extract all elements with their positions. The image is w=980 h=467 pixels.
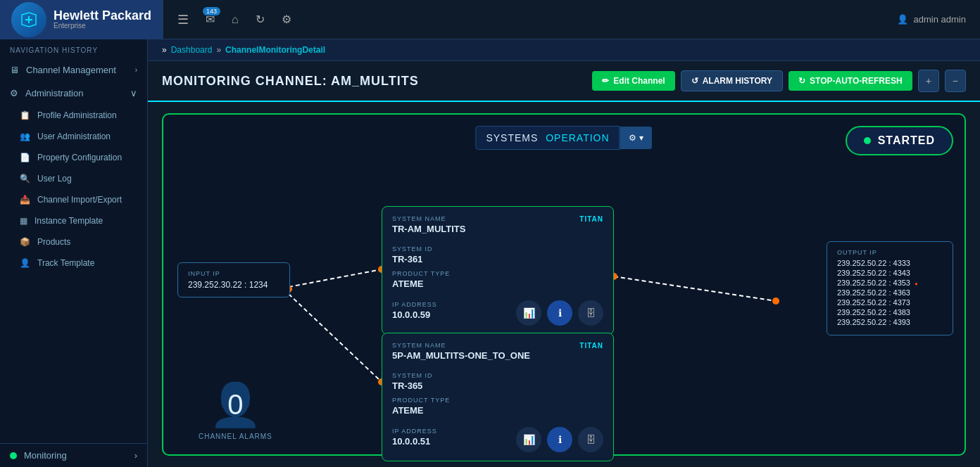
- output-ip-item-5: 239.252.50.22 : 4373: [837, 298, 943, 307]
- system-card-2: SYSTEM NAME 5P-AM_MULTITS-ONE_TO_ONE TIT…: [382, 333, 614, 461]
- breadcrumb-dashboard[interactable]: Dashboard: [171, 45, 213, 55]
- minimize-button[interactable]: −: [945, 70, 966, 92]
- import-icon: 📥: [20, 195, 30, 205]
- sidebar-item-user-admin[interactable]: 👥 User Administration: [0, 126, 147, 147]
- sidebar-item-track-template[interactable]: 👤 Track Template: [0, 252, 147, 274]
- sidebar-item-property-config[interactable]: 📄 Property Configuration: [0, 147, 147, 168]
- systems-header: SYSTEMS OPERATION ⚙ ▾: [475, 126, 652, 150]
- svg-line-0: [289, 269, 382, 287]
- track-template-label: Track Template: [37, 258, 94, 268]
- system-card-1: SYSTEM NAME TR-AM_MULTITS TITAN SYSTEM I…: [382, 206, 614, 335]
- titan-badge-1: TITAN: [579, 215, 603, 223]
- stop-auto-refresh-button[interactable]: ↻ STOP-AUTO-REFRESH: [789, 71, 912, 91]
- systems-operation-label: OPERATION: [546, 132, 609, 143]
- sidebar-item-monitoring[interactable]: Monitoring ›: [0, 444, 147, 467]
- channel-import-label: Channel Import/Export: [37, 195, 122, 205]
- property-icon: 📄: [20, 153, 30, 162]
- refresh-icon[interactable]: ↻: [256, 13, 265, 26]
- sidebar-administration-header[interactable]: ⚙ Administration ∨: [0, 82, 147, 105]
- admin-label: admin admin: [914, 14, 966, 25]
- ip-value-1: 10.0.0.59: [392, 309, 437, 320]
- svg-line-1: [289, 294, 382, 382]
- edit-icon: ✏: [602, 76, 609, 86]
- alarm-history-button[interactable]: ↺ ALARM HISTORY: [681, 70, 783, 91]
- top-nav: ☰ ✉ 143 ⌂ ↻ ⚙ 👤 admin admin: [163, 0, 980, 39]
- company-name-line1: Hewlett Packard: [54, 9, 151, 22]
- settings-icon[interactable]: ⚙: [282, 13, 291, 26]
- message-badge: 143: [203, 7, 220, 15]
- ip-value-2: 10.0.0.51: [392, 436, 437, 447]
- products-label: Products: [37, 237, 70, 247]
- system-name-label-2: SYSTEM NAME: [392, 342, 530, 349]
- alarms-count: 0: [227, 389, 243, 421]
- titan-badge-2: TITAN: [579, 342, 603, 350]
- output-ip-item-6: 239.252.50.22 : 4383: [837, 308, 943, 316]
- sidebar-item-channel-import[interactable]: 📥 Channel Import/Export: [0, 189, 147, 210]
- home-icon[interactable]: ⌂: [232, 13, 239, 26]
- systems-gear-button[interactable]: ⚙ ▾: [620, 127, 653, 149]
- product-type-value-2: ATEME: [392, 405, 603, 416]
- profile-icon: 📋: [20, 110, 30, 120]
- edit-channel-button[interactable]: ✏ Edit Channel: [592, 71, 674, 91]
- header-actions: ✏ Edit Channel ↺ ALARM HISTORY ↻ STOP-AU…: [592, 70, 966, 92]
- output-ip-box: OUTPUT IP 239.252.50.22 : 4333 239.252.5…: [827, 241, 953, 335]
- canvas-container: SYSTEMS OPERATION ⚙ ▾ STARTED INPUT IP: [162, 113, 966, 456]
- add-button[interactable]: +: [918, 70, 939, 92]
- log-icon: 🔍: [20, 174, 30, 184]
- template-icon: ▦: [20, 216, 27, 226]
- sidebar-item-channel-management[interactable]: 🖥 Channel Management ›: [0, 58, 147, 82]
- administration-icon: ⚙: [10, 88, 18, 98]
- stop-refresh-icon: ↻: [798, 76, 805, 86]
- nav-history-label: NAVIGATION HISTORY: [0, 39, 147, 58]
- gear-icon: ⚙: [629, 133, 636, 143]
- system-card-1-header: SYSTEM NAME TR-AM_MULTITS TITAN: [392, 215, 603, 240]
- ip-label-1: IP ADDRESS: [392, 301, 437, 308]
- hpe-logo-section: Hewlett Packard Enterprise: [0, 0, 163, 39]
- page-title: MONITORING CHANNEL: AM_MULTITS: [162, 74, 419, 89]
- system-card-1-name-section: SYSTEM NAME TR-AM_MULTITS: [392, 215, 465, 240]
- started-dot-icon: [864, 137, 871, 144]
- status-dot-icon: [10, 452, 17, 459]
- system-card-2-name-section: SYSTEM NAME 5P-AM_MULTITS-ONE_TO_ONE: [392, 342, 530, 366]
- hpe-logo-text: Hewlett Packard Enterprise: [54, 9, 151, 30]
- ip-label-2: IP ADDRESS: [392, 428, 437, 435]
- card-2-actions: 📊 ℹ 🗄: [516, 427, 603, 452]
- user-log-label: User Log: [37, 174, 72, 184]
- chevron-down-icon: ∨: [130, 88, 137, 98]
- card-1-db-button[interactable]: 🗄: [578, 300, 603, 326]
- output-ip-item-4: 239.252.50.22 : 4363: [837, 288, 943, 297]
- sidebar-item-products[interactable]: 📦 Products: [0, 231, 147, 252]
- card-2-chart-button[interactable]: 📊: [516, 427, 541, 452]
- card-2-db-button[interactable]: 🗄: [578, 427, 603, 452]
- ip-section-2: IP ADDRESS 10.0.0.51: [392, 428, 437, 452]
- system-card-2-header: SYSTEM NAME 5P-AM_MULTITS-ONE_TO_ONE TIT…: [392, 342, 603, 366]
- system-name-value-2: 5P-AM_MULTITS-ONE_TO_ONE: [392, 350, 530, 361]
- hamburger-icon[interactable]: ☰: [177, 12, 189, 27]
- main-content: » Dashboard » ChannelMonitoringDetail MO…: [148, 39, 980, 467]
- card-1-info-button[interactable]: ℹ: [547, 300, 572, 326]
- system-name-value-1: TR-AM_MULTITS: [392, 224, 465, 234]
- output-ip-item-7: 239.252.50.22 : 4393: [837, 318, 943, 326]
- sidebar-item-user-log[interactable]: 🔍 User Log: [0, 168, 147, 189]
- sidebar-item-instance-template[interactable]: ▦ Instance Template: [0, 210, 147, 231]
- input-ip-value: 239.252.30.22 : 1234: [188, 280, 279, 290]
- products-icon: 📦: [20, 237, 30, 247]
- system-id-label-2: SYSTEM ID: [392, 372, 603, 379]
- product-type-value-1: ATEME: [392, 279, 603, 289]
- user-admin-icon: 👥: [20, 132, 30, 141]
- sidebar-item-profile-admin[interactable]: 📋 Profile Administration: [0, 105, 147, 126]
- card-2-info-button[interactable]: ℹ: [547, 427, 572, 452]
- sidebar-bottom: Monitoring ›: [0, 443, 147, 467]
- chevron-right-monitoring-icon: ›: [134, 450, 137, 461]
- track-icon: 👤: [20, 258, 30, 268]
- hpe-logo-icon: [11, 2, 46, 37]
- card-1-chart-button[interactable]: 📊: [516, 300, 541, 326]
- monitor-icon: 🖥: [10, 65, 19, 75]
- administration-label: Administration: [25, 88, 83, 98]
- system-id-label-1: SYSTEM ID: [392, 245, 603, 252]
- messages-icon[interactable]: ✉ 143: [206, 13, 215, 26]
- property-config-label: Property Configuration: [37, 153, 122, 162]
- canvas-area: SYSTEMS OPERATION ⚙ ▾ STARTED INPUT IP: [148, 102, 980, 467]
- breadcrumb-current: ChannelMonitoringDetail: [225, 45, 325, 55]
- system-id-value-2: TR-365: [392, 380, 603, 391]
